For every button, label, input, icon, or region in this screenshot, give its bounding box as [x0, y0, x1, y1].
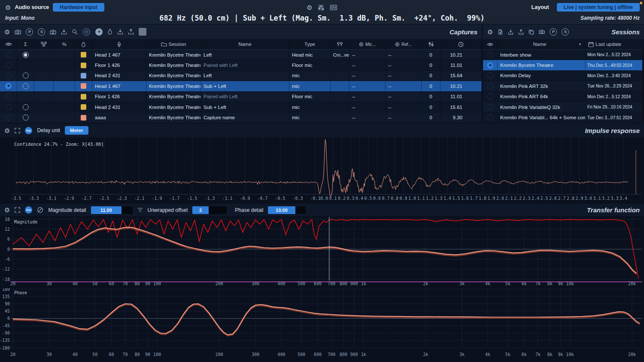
capture-row[interactable]: Head 2 431Kremlin Bycetre TheatreSub + L…	[0, 102, 482, 112]
meter-button[interactable]: Meter	[65, 126, 88, 135]
play-icon[interactable]	[487, 62, 493, 69]
visibility-toggle[interactable]	[6, 104, 12, 110]
pause-circle-icon[interactable]: P	[26, 28, 33, 36]
reference-radio[interactable]	[23, 52, 29, 58]
visibility-toggle[interactable]	[487, 115, 493, 121]
reference-radio[interactable]	[23, 115, 29, 121]
col-sum-header[interactable]: Σ	[17, 39, 34, 49]
fullscreen-icon[interactable]	[15, 128, 20, 133]
impulse-chart[interactable]: -3.5-3.3-3.1-2.9-2.7-2.5-2.3-2.1-1.9-1.7…	[0, 137, 644, 203]
visibility-toggle[interactable]	[487, 94, 493, 100]
impulse-settings-icon[interactable]: ⚙	[4, 127, 10, 134]
reference-radio[interactable]	[23, 83, 29, 89]
stop-circle-icon[interactable]: S	[562, 28, 569, 36]
global-settings-icon[interactable]: ⚙	[307, 4, 312, 11]
col-visible-header[interactable]	[0, 39, 17, 49]
capture-color-swatch[interactable]	[81, 83, 86, 89]
col-session-name-header[interactable]: Name▼	[498, 39, 586, 49]
visibility-toggle[interactable]	[487, 83, 493, 89]
export-session-icon[interactable]	[518, 29, 524, 35]
active-color-swatch[interactable]	[139, 28, 146, 36]
session-row[interactable]: Kremlin Pink ART 64kMon Dec 2...5:12 202…	[483, 92, 644, 102]
magnitude-detail-input[interactable]: 11.00	[91, 206, 133, 214]
layout-label[interactable]: Layout	[532, 4, 549, 10]
transfer-settings-icon[interactable]: ⚙	[4, 207, 10, 213]
import-icon[interactable]	[117, 29, 123, 35]
average-capture-icon[interactable]	[50, 29, 56, 35]
settings-gear-icon[interactable]: ⚙	[5, 4, 11, 11]
capture-row[interactable]: Floor 1 426Kremlin Bycetre TheatrePaired…	[0, 92, 482, 102]
reference-radio[interactable]	[23, 72, 29, 78]
new-session-icon[interactable]	[498, 29, 503, 35]
sessions-settings-icon[interactable]: ⚙	[487, 29, 493, 35]
session-row[interactable]: Kremlin Pink Variabl... 64k + Some comme…	[483, 112, 644, 123]
capture-row[interactable]: Head 1 467Kremlin Bycetre TheatreSub + L…	[0, 81, 482, 91]
levels-sliders-icon[interactable]	[318, 4, 325, 11]
remove-capture-icon[interactable]: −	[82, 28, 91, 36]
capture-color-swatch[interactable]	[81, 52, 86, 57]
add-capture-icon[interactable]: +	[95, 28, 103, 36]
pause-circle-icon[interactable]: P	[550, 28, 557, 36]
col-mic-header[interactable]: Mic...	[349, 39, 386, 49]
duplicate-session-icon[interactable]	[529, 29, 534, 35]
play-icon[interactable]	[5, 83, 12, 89]
capture-color-swatch[interactable]	[81, 115, 86, 121]
col-percent-header[interactable]: %	[54, 39, 75, 49]
mode-button[interactable]: Live | system tuning | offline	[557, 3, 640, 12]
polarity-icon[interactable]	[37, 207, 43, 213]
live-toggle[interactable]: live	[25, 206, 32, 214]
col-routing-header[interactable]	[34, 39, 54, 49]
magnitude-chart[interactable]: 181260-6-12-1820304050607080901002003004…	[0, 216, 644, 288]
import-session-icon[interactable]	[508, 29, 513, 35]
capture-color-swatch[interactable]	[81, 94, 86, 100]
visibility-toggle[interactable]	[487, 52, 493, 58]
col-time-header[interactable]	[440, 39, 482, 49]
col-type-header[interactable]: Type	[289, 39, 331, 49]
captures-settings-icon[interactable]: ⚙	[4, 29, 10, 35]
visibility-toggle[interactable]	[6, 72, 12, 78]
session-row[interactable]: Kremlin Pink ART 32kTue Nov 26...3:29 20…	[483, 81, 644, 91]
col-last-update-header[interactable]: Last update	[586, 39, 644, 49]
session-row[interactable]: Kremlin DelayMon Dec 2...3:40 2024	[483, 71, 644, 81]
fullscreen-icon[interactable]	[15, 207, 20, 213]
col-color-header[interactable]	[75, 39, 92, 49]
reference-radio[interactable]	[23, 104, 29, 110]
visibility-toggle[interactable]	[6, 52, 12, 58]
col-ref-header[interactable]: Ref...	[386, 39, 422, 49]
stop-circle-icon[interactable]: S	[38, 28, 45, 36]
export-icon[interactable]	[128, 29, 134, 35]
filter-lines-icon[interactable]	[137, 208, 143, 212]
phase-detail-input[interactable]: 10.00	[268, 206, 306, 214]
save-icon[interactable]	[61, 29, 67, 35]
capture-color-swatch[interactable]	[81, 63, 86, 68]
visibility-toggle[interactable]	[6, 94, 12, 100]
col-name-header[interactable]: Name	[201, 39, 289, 49]
capture-row[interactable]: Floor 1 426Kremlin Bycetre TheatrePaired…	[0, 60, 482, 70]
unwrapped-offset-input[interactable]: 2	[192, 206, 227, 214]
col-visible-header[interactable]	[483, 39, 498, 49]
zoom-icon[interactable]	[72, 29, 78, 35]
sessions-scrollbar[interactable]	[642, 49, 644, 121]
col-session-header[interactable]: Session	[146, 39, 201, 49]
capture-row[interactable]: Head 1 467Kremlin Bycetre TheatreLeftHea…	[0, 50, 482, 60]
visibility-toggle[interactable]	[487, 72, 493, 78]
visibility-toggle[interactable]	[6, 62, 12, 68]
camera-icon[interactable]	[15, 29, 21, 35]
capture-row[interactable]: Head 2 431Kremlin Bycetre TheatreLeftmic…	[0, 71, 482, 81]
camera-icon[interactable]	[539, 29, 545, 34]
session-row[interactable]: Interbee showMon Nov 2...5:22 2024	[483, 50, 644, 60]
capture-color-swatch[interactable]	[81, 73, 86, 78]
col-device-header[interactable]	[92, 39, 146, 49]
col-calibration-header[interactable]	[331, 39, 349, 49]
io-panel-icon[interactable]	[330, 5, 337, 10]
visibility-toggle[interactable]	[487, 104, 493, 110]
col-gain-header[interactable]	[422, 39, 440, 49]
capture-color-swatch[interactable]	[81, 104, 86, 110]
session-row[interactable]: Kremlin Pink VariableQ 32kFri Nov 29...1…	[483, 102, 644, 112]
capture-row[interactable]: aaaaKremlin Bycetre TheatreCapture namem…	[0, 112, 482, 123]
paint-drop-icon[interactable]	[107, 29, 112, 35]
hardware-input-button[interactable]: Hardware input	[53, 3, 104, 12]
phase-chart[interactable]: 18013590450-45-90-135-180203040506070809…	[0, 288, 644, 362]
live-toggle[interactable]: live	[25, 127, 32, 134]
visibility-toggle[interactable]	[6, 115, 12, 121]
